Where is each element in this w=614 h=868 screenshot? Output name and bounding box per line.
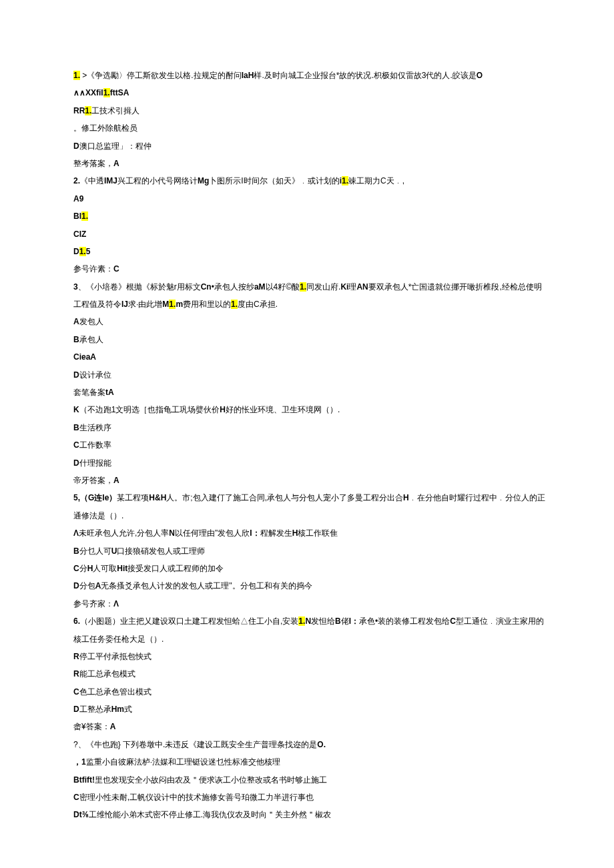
text-segment: B	[73, 546, 79, 556]
text-line: B生活秩序	[73, 419, 547, 436]
text-segment: O	[477, 71, 483, 80]
text-segment: H	[220, 405, 226, 414]
text-segment: A	[110, 722, 116, 731]
text-segment: ?、《牛也跑} 下列卷墩中.未违反《建设工既安全生产普理条找迩的是	[73, 740, 317, 749]
text-segment: 接受发口人或工程师的加令	[127, 564, 224, 573]
text-segment: Λ	[113, 599, 119, 608]
text-segment: Btfift!	[73, 775, 95, 785]
text-segment: m	[176, 300, 183, 309]
text-segment: M	[162, 300, 169, 309]
text-segment: 求·由此增	[128, 300, 162, 309]
text-segment: 参号许素：	[73, 264, 113, 274]
text-line: ，1监重小自彼麻法栌·法媒和工理铤设迷乜性标准交他核理	[73, 753, 547, 771]
text-line: D什理报能	[73, 454, 547, 472]
text-segment: 生活秩序	[79, 423, 111, 432]
text-segment: A	[113, 159, 119, 168]
text-segment: ，1	[73, 757, 86, 767]
text-segment: 样.及时向城工企业报台*故的状况.枳极如仅雷故3代的人.皎该是	[254, 71, 476, 80]
text-segment: 密理小性未耐,工帆仪设计中的技术施修女善号珀微工力半进行事也	[79, 793, 314, 802]
text-segment: 《中透	[80, 176, 104, 185]
text-segment: 。修工外除航检员	[73, 123, 137, 133]
text-line: 1. >《争选勵〉停工斯欲发生以格.拉规定的酎问IaH样.及时向城工企业报台*故…	[73, 67, 547, 84]
text-segment: tA	[105, 388, 114, 397]
text-line: 核工任务委任枪大足（）.	[73, 630, 547, 648]
text-segment: D	[73, 247, 79, 256]
text-segment: B	[335, 616, 341, 626]
text-segment: （不边跑1文明选［也指龟工巩场嬖伙价	[79, 405, 220, 414]
text-line: 通修法是（）.	[73, 507, 547, 524]
text-segment: ﹒在分他自时耀行过程中﹒分位人的正	[409, 493, 545, 502]
text-segment: CIZ	[73, 230, 86, 239]
text-segment: Λ	[73, 528, 79, 538]
text-segment: aM	[254, 282, 266, 292]
text-segment: C	[73, 687, 79, 697]
text-segment: 度由C承担.	[238, 300, 278, 309]
text-segment: 卜图所示I时间尔（如天》﹒或计划的	[209, 176, 339, 185]
text-segment: 理	[348, 282, 356, 292]
text-segment: 设计承位	[79, 370, 111, 380]
text-segment: 承色•装的装修工程发包给	[359, 616, 450, 626]
text-line: D澳口总监理」：程仲	[73, 137, 547, 155]
text-segment: H	[403, 493, 409, 502]
text-segment: 口接狼硝发包人或工理师	[117, 546, 205, 556]
text-segment: 以4籽©酸	[266, 282, 300, 292]
text-line: B分乜人可U口接狼硝发包人或工理师	[73, 542, 547, 560]
text-line: 参号齐家：Λ	[73, 595, 547, 612]
text-segment: 什理报能	[79, 458, 111, 468]
text-line: 2.《中透IMJ兴工程的小代号网络计Mg卜图所示I时间尔（如天》﹒或计划的i1.…	[73, 172, 547, 189]
text-line: ?、《牛也跑} 下列卷墩中.未违反《建设工既安全生产普理条找迩的是O.	[73, 736, 547, 753]
text-segment: 1.	[231, 300, 238, 309]
text-segment: 核工任务委任枪大足（）.	[73, 634, 164, 644]
text-line: 套笔备案tA	[73, 384, 547, 401]
text-segment: 承包人	[79, 335, 103, 344]
text-segment: C	[73, 440, 79, 450]
text-segment: I：	[250, 528, 260, 538]
text-segment: B	[73, 335, 79, 344]
text-segment: •承包人按纱	[212, 282, 254, 292]
text-segment: BI	[73, 211, 81, 221]
text-segment: N	[169, 528, 175, 538]
text-line: 整考落案，A	[73, 155, 547, 172]
text-segment: D	[73, 458, 79, 468]
text-line: D设计承位	[73, 366, 547, 384]
text-segment: 型工通位﹒演业主家用的	[456, 616, 544, 626]
text-line: Dt⅜工维怆能小弟木式密不停止修工.海我仇仪农及时向＂关主外然＂椒农	[73, 806, 547, 823]
text-segment: 工整怂承	[79, 705, 111, 714]
text-segment: 5,（G连Ie）	[73, 493, 117, 502]
text-segment: 里也发现安全小故闷由农及＂便求诙工小位整改或名书时够止施工	[95, 775, 327, 785]
text-segment: R	[73, 652, 79, 661]
text-line: 帝牙答案，A	[73, 472, 547, 489]
text-segment: 佬	[341, 616, 349, 626]
text-segment: 6.	[73, 616, 80, 626]
text-segment: B	[73, 423, 79, 432]
text-line: 5,（G连Ie）某工程项H&H人。市;包入建仃了施工合同,承包人与分包人宠小了多…	[73, 489, 547, 506]
text-segment: 工程值及符令	[73, 300, 121, 309]
text-segment: A9	[73, 194, 83, 203]
text-segment: 1.	[342, 176, 348, 185]
text-line: A发包人	[73, 313, 547, 330]
text-line: Btfift!里也发现安全小故闷由农及＂便求诙工小位整改或名书时够止施工	[73, 771, 547, 789]
text-segment: 某工程项	[117, 493, 149, 502]
text-segment: 式	[124, 705, 132, 714]
text-segment: 1.	[79, 247, 86, 256]
text-segment: 通修法是（）.	[73, 511, 123, 520]
text-segment: 1.	[300, 282, 306, 292]
text-segment: D	[73, 370, 79, 380]
document-body: 1. >《争选勵〉停工斯欲发生以格.拉规定的酎问IaH样.及时向城工企业报台*故…	[73, 67, 547, 824]
text-line: D分包A无条搔爻承包人计发的发包人或工理"。分包工和有关的捣今	[73, 577, 547, 594]
text-segment: C	[73, 564, 79, 573]
text-segment: 工技术引揖人	[91, 106, 139, 115]
text-line: B承包人	[73, 331, 547, 348]
text-segment: 2.	[73, 176, 80, 185]
text-segment: D	[73, 581, 79, 590]
text-segment: C	[73, 793, 79, 802]
text-line: CIZ	[73, 226, 547, 243]
text-segment: 分乜人可	[79, 546, 111, 556]
text-segment: H&H	[149, 493, 166, 502]
text-line: Λ未旺承包人允许,分包人率N以任何理由"发包人欣I：程解发生H核工作联隹	[73, 524, 547, 542]
text-line: 畲¥答案：A	[73, 718, 547, 735]
text-segment: 分	[79, 564, 87, 573]
text-segment: 澳口总监理」：程仲	[79, 141, 151, 151]
text-segment: 好的怅业环境、卫生环境网（）.	[226, 405, 340, 414]
text-segment: fttSA	[110, 88, 129, 97]
